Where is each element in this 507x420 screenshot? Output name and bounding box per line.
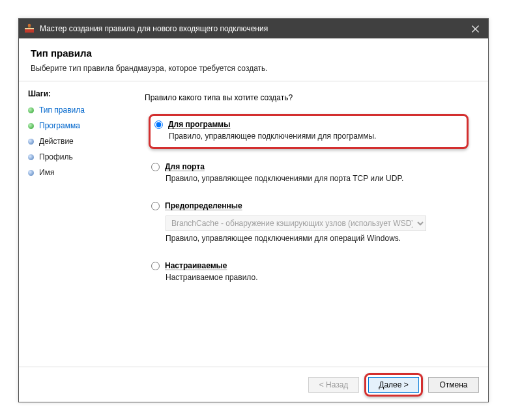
step-bullet-icon: [28, 107, 34, 113]
radio-program[interactable]: [154, 120, 163, 129]
option-port-desc: Правило, управляющее подключениями для п…: [166, 174, 462, 183]
wizard-window: Мастер создания правила для нового входя…: [18, 18, 489, 402]
option-predefined: Предопределенные BranchCache - обнаружен…: [149, 197, 469, 248]
close-icon[interactable]: [462, 19, 488, 38]
step-bullet-icon: [28, 170, 34, 176]
wizard-footer: < Назад Далее > Отмена: [19, 367, 488, 402]
step-program[interactable]: Программа: [25, 118, 130, 133]
back-button: < Назад: [308, 377, 359, 393]
option-port-label[interactable]: Для порта: [165, 162, 205, 171]
step-label: Профиль: [39, 152, 73, 161]
step-label: Программа: [39, 121, 80, 130]
next-button[interactable]: Далее >: [368, 377, 419, 393]
option-custom: Настраиваемые Настраиваемое правило.: [149, 257, 469, 287]
window-title: Мастер создания правила для нового входя…: [40, 24, 268, 33]
step-bullet-icon: [28, 123, 34, 129]
step-label: Действие: [39, 137, 74, 146]
steps-sidebar: Шаги: Тип правила Программа Действие Про…: [19, 81, 133, 367]
radio-port[interactable]: [151, 163, 160, 171]
predefined-select: BranchCache - обнаружение кэширующих узл…: [166, 216, 426, 231]
cancel-button[interactable]: Отмена: [428, 377, 479, 393]
step-label: Имя: [39, 168, 54, 177]
next-button-highlight: Далее >: [364, 373, 423, 397]
option-program-desc: Правило, управляющее подключениями для п…: [169, 132, 460, 141]
step-action[interactable]: Действие: [25, 133, 130, 149]
steps-heading: Шаги:: [25, 87, 130, 102]
option-predefined-desc: Правило, управляющее подключениями для о…: [166, 234, 462, 243]
step-profile[interactable]: Профиль: [25, 149, 130, 165]
step-name[interactable]: Имя: [25, 165, 130, 180]
step-label: Тип правила: [39, 105, 85, 115]
titlebar: Мастер создания правила для нового входя…: [19, 19, 488, 38]
radio-custom[interactable]: [151, 262, 160, 270]
prompt-text: Правило какого типа вы хотите создать?: [145, 93, 469, 102]
step-bullet-icon: [28, 139, 34, 145]
option-program: Для программы Правило, управляющее подкл…: [149, 114, 469, 149]
step-bullet-icon: [28, 154, 34, 160]
page-subtitle: Выберите тип правила брандмауэра, которо…: [31, 64, 476, 73]
step-rule-type[interactable]: Тип правила: [25, 102, 130, 118]
page-title: Тип правила: [31, 48, 476, 59]
option-predefined-label[interactable]: Предопределенные: [165, 201, 242, 210]
svg-rect-1: [25, 28, 34, 29]
svg-point-3: [28, 24, 31, 27]
wizard-main: Правило какого типа вы хотите создать? Д…: [133, 81, 488, 367]
option-program-label[interactable]: Для программы: [168, 120, 230, 129]
option-custom-label[interactable]: Настраиваемые: [165, 261, 227, 270]
wizard-header: Тип правила Выберите тип правила брандма…: [19, 38, 488, 81]
app-icon: [24, 23, 35, 34]
radio-predefined[interactable]: [151, 202, 160, 210]
option-custom-desc: Настраиваемое правило.: [166, 273, 462, 282]
option-port: Для порта Правило, управляющее подключен…: [149, 158, 469, 188]
